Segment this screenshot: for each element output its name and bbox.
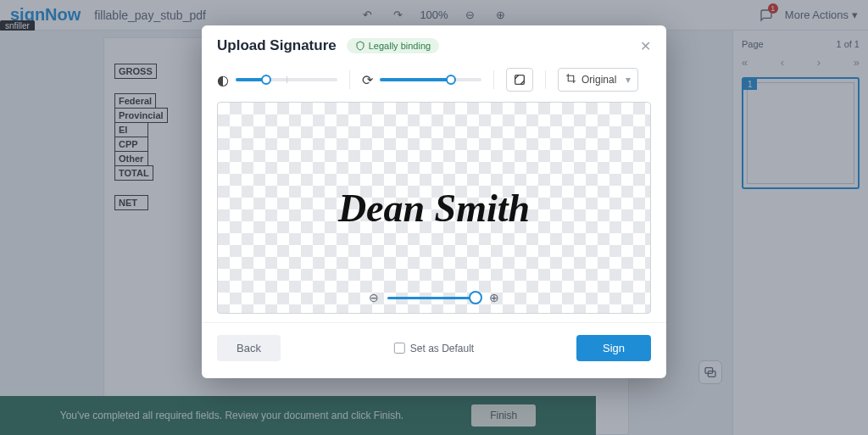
page-thumbnail-panel: Page 1 of 1 « ‹ › » 1 [732, 31, 868, 435]
row-ei: EI [114, 122, 148, 137]
toolbar-center: ↶ ↷ 100% ⊖ ⊕ [359, 7, 509, 24]
row-total: TOTAL [114, 165, 153, 181]
checkbox-icon [394, 343, 405, 354]
comments-icon[interactable] [758, 7, 775, 24]
contrast-icon: ◐ [217, 72, 229, 88]
signature-preview: Dean Smith [338, 186, 530, 231]
divider [545, 70, 546, 89]
row-provincial: Provincial [114, 108, 168, 123]
modal-title: Upload Signature [217, 37, 337, 54]
finish-button[interactable]: Finish [471, 404, 536, 427]
row-other: Other [114, 151, 148, 166]
back-button[interactable]: Back [217, 335, 281, 361]
first-page-icon[interactable]: « [742, 56, 748, 69]
rotate-icon: ⟳ [362, 72, 373, 88]
signature-controls: ◐ ⟳ Original ▾ [202, 59, 666, 100]
more-actions-button[interactable]: More Actions ▾ [785, 8, 858, 21]
completion-banner: You've completed all required fields. Re… [0, 396, 596, 435]
page-counter: 1 of 1 [836, 39, 860, 49]
contrast-slider[interactable] [236, 78, 337, 81]
thumbnail-number: 1 [743, 79, 757, 90]
chevron-down-icon: ▾ [626, 74, 631, 86]
set-default-label: Set as Default [410, 343, 474, 354]
banner-message: You've completed all required fields. Re… [60, 410, 403, 421]
set-default-checkbox[interactable]: Set as Default [394, 343, 474, 354]
zoom-in-icon[interactable]: ⊕ [492, 7, 509, 24]
undo-icon[interactable]: ↶ [359, 7, 376, 24]
legal-badge-label: Legally binding [369, 41, 431, 51]
row-federal: Federal [114, 93, 156, 109]
zoom-out-icon[interactable]: ⊖ [369, 291, 379, 304]
close-icon[interactable]: ✕ [640, 38, 651, 54]
row-gross: GROSS [114, 64, 157, 79]
zoom-in-icon[interactable]: ⊕ [489, 291, 499, 304]
row-net: NET [114, 195, 148, 210]
redo-icon[interactable]: ↷ [389, 7, 406, 24]
thumbnail-preview [747, 82, 854, 184]
zoom-level[interactable]: 100% [420, 8, 448, 21]
document-title: fillable_pay_stub_pdf [94, 8, 206, 22]
page-thumbnail[interactable]: 1 [742, 77, 860, 189]
zoom-controls: ⊖ ⊕ [369, 291, 499, 304]
signature-canvas[interactable]: Dean Smith ⊖ ⊕ [217, 102, 651, 314]
crop-icon [565, 73, 576, 86]
chat-bubble-button[interactable] [698, 360, 722, 384]
zoom-out-icon[interactable]: ⊖ [462, 7, 479, 24]
divider [493, 70, 494, 89]
zoom-slider[interactable] [387, 297, 481, 299]
sign-button[interactable]: Sign [576, 335, 651, 361]
divider [349, 70, 350, 89]
legally-binding-badge: Legally binding [347, 38, 439, 53]
prev-page-icon[interactable]: ‹ [781, 56, 784, 69]
more-actions-label: More Actions [785, 8, 849, 21]
upload-signature-modal: Upload Signature Legally binding ✕ ◐ ⟳ O… [202, 25, 666, 378]
crop-dropdown[interactable]: Original ▾ [558, 68, 638, 92]
rotate-slider[interactable] [380, 78, 481, 81]
next-page-icon[interactable]: › [817, 56, 821, 69]
chevron-down-icon: ▾ [852, 8, 858, 21]
row-cpp: CPP [114, 137, 148, 152]
flip-button[interactable] [506, 68, 533, 92]
last-page-icon[interactable]: » [854, 56, 860, 69]
crop-label: Original [581, 74, 616, 86]
page-label: Page [742, 39, 764, 49]
